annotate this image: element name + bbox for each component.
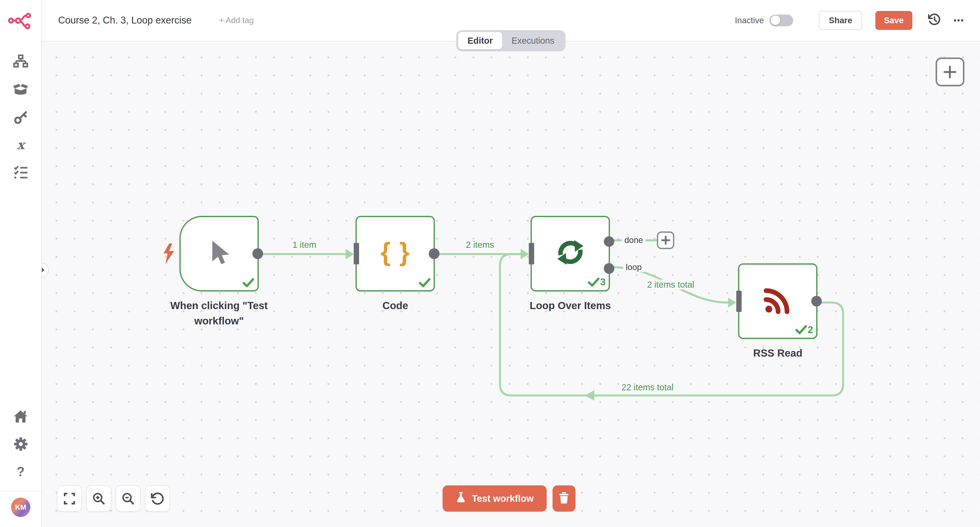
input-handle[interactable] — [354, 243, 359, 264]
key-icon — [13, 110, 28, 125]
node-code: { } Code — [355, 216, 435, 291]
gear-icon — [13, 437, 28, 452]
chevron-right-icon — [42, 266, 45, 273]
toggle-knob — [771, 16, 780, 25]
node-box-loop-over-items[interactable]: 3 — [531, 216, 610, 291]
items-count-badge: 2 — [808, 324, 813, 335]
cursor-icon — [204, 238, 234, 270]
sidebar-item-variables[interactable]: x — [7, 131, 35, 159]
avatar[interactable]: KM — [11, 498, 30, 517]
trigger-lightning-icon — [162, 243, 175, 267]
connection-count-label: 1 item — [290, 240, 319, 249]
sidebar-item-templates[interactable] — [7, 76, 35, 104]
flask-icon — [455, 492, 466, 506]
output-handle[interactable] — [811, 296, 822, 307]
tab-executions[interactable]: Executions — [502, 32, 564, 50]
reset-zoom-button[interactable] — [145, 485, 170, 512]
variables-x-icon: x — [17, 137, 24, 152]
fit-view-button[interactable] — [57, 485, 82, 512]
sidebar-divider — [0, 491, 41, 492]
connection-count-label: 2 items total — [645, 280, 697, 290]
items-count-badge: 3 — [600, 277, 606, 287]
active-status-label: Inactive — [735, 16, 764, 25]
loop-sync-icon — [554, 236, 587, 271]
sidebar: x — [0, 0, 42, 527]
sidebar-item-workflows[interactable] — [7, 48, 35, 76]
sidebar-item-settings[interactable] — [7, 430, 35, 458]
help-icon: ? — [17, 464, 24, 479]
check-icon — [795, 325, 807, 335]
more-options-button[interactable]: ••• — [954, 16, 964, 25]
sidebar-item-home[interactable] — [7, 402, 35, 430]
workflow-title[interactable]: Course 2, Ch. 3, Loop exercise — [58, 15, 192, 26]
output-handle[interactable] — [252, 248, 263, 259]
node-success-check: 2 — [795, 324, 813, 335]
node-manual-trigger: When clicking "Test workflow" — [180, 216, 259, 291]
plus-icon — [661, 236, 670, 245]
trash-icon — [558, 492, 570, 506]
zoom-in-button[interactable] — [86, 485, 111, 512]
code-braces-icon: { } — [380, 237, 410, 271]
test-workflow-button[interactable]: Test workflow — [442, 485, 547, 512]
check-icon — [242, 278, 255, 287]
output-port-label-done: done — [622, 235, 646, 245]
checklist-icon — [13, 165, 28, 180]
add-node-from-done-button[interactable] — [657, 232, 675, 249]
sidebar-item-executions[interactable] — [7, 159, 35, 186]
add-node-button[interactable] — [935, 57, 964, 86]
output-handle-done[interactable] — [604, 236, 614, 247]
main-area: Course 2, Ch. 3, Loop exercise + Add tag… — [42, 0, 980, 527]
output-handle[interactable] — [429, 248, 439, 259]
share-button[interactable]: Share — [819, 11, 862, 30]
node-success-check — [242, 278, 255, 287]
add-tag-button[interactable]: + Add tag — [219, 16, 253, 25]
delete-workflow-button[interactable] — [552, 485, 576, 512]
node-title: Loop Over Items — [530, 298, 611, 313]
fit-view-icon — [62, 492, 76, 506]
zoom-out-button[interactable] — [116, 485, 141, 512]
connection-count-label: 22 items total — [619, 382, 676, 392]
node-title: When clicking "Test workflow" — [153, 298, 285, 329]
node-box-rss-read[interactable]: 2 — [738, 264, 818, 339]
test-workflow-label: Test workflow — [472, 493, 534, 504]
undo-rotate-icon — [150, 492, 165, 506]
output-handle-loop[interactable] — [604, 263, 614, 274]
node-box-manual-trigger[interactable] — [180, 216, 259, 291]
input-handle[interactable] — [529, 243, 534, 264]
output-port-label-loop: loop — [623, 262, 644, 272]
home-icon — [13, 409, 28, 424]
node-loop-over-items: 3 Loop Over Items — [531, 216, 610, 291]
plus-icon — [943, 65, 957, 79]
tab-editor[interactable]: Editor — [458, 32, 502, 50]
node-success-check: 3 — [588, 277, 606, 287]
input-handle[interactable] — [736, 291, 741, 312]
node-title: RSS Read — [753, 345, 802, 361]
canvas-controls — [57, 485, 170, 512]
node-box-code[interactable]: { } — [355, 216, 435, 291]
check-icon — [588, 277, 600, 287]
save-button[interactable]: Save — [875, 11, 913, 30]
n8n-logo-icon[interactable] — [8, 11, 33, 32]
node-title: Code — [382, 298, 408, 313]
node-rss-read: 2 RSS Read — [738, 264, 818, 339]
zoom-out-icon — [121, 492, 135, 506]
node-success-check — [419, 278, 431, 287]
zoom-in-icon — [92, 492, 106, 506]
check-icon — [419, 278, 431, 287]
rss-icon — [763, 285, 793, 318]
history-clock-icon — [928, 13, 941, 28]
sidebar-item-credentials[interactable] — [7, 104, 35, 131]
workflows-sitemap-icon — [13, 54, 28, 70]
run-controls: Test workflow — [442, 485, 576, 512]
connection-count-label: 2 items — [463, 240, 496, 249]
templates-box-icon — [13, 82, 28, 97]
workflow-canvas[interactable]: 1 item 2 items done loop 2 items total 2… — [42, 42, 980, 527]
n8n-app: x — [0, 0, 980, 527]
active-toggle[interactable] — [770, 14, 793, 27]
workflow-history-button[interactable] — [926, 12, 942, 29]
editor-executions-tabs: Editor Executions — [456, 30, 566, 51]
sidebar-item-help[interactable]: ? — [7, 458, 35, 485]
